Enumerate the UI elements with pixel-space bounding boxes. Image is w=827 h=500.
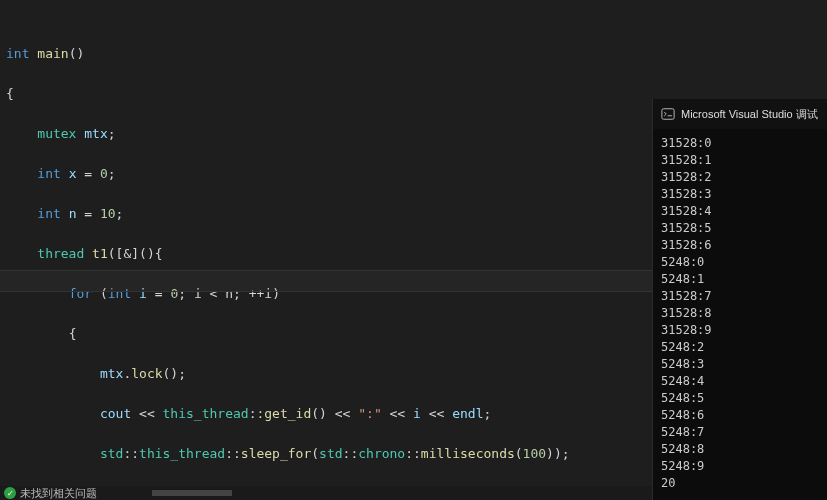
code-line: cout << this_thread::get_id() << ":" << …: [6, 404, 652, 424]
status-bar: ✓ 未找到相关问题: [0, 486, 652, 500]
debug-console-window[interactable]: Microsoft Visual Studio 调试 31528:0 31528…: [652, 99, 827, 500]
console-output[interactable]: 31528:0 31528:1 31528:2 31528:3 31528:4 …: [653, 129, 827, 500]
scrollbar-thumb[interactable]: [152, 490, 232, 496]
code-line: std::this_thread::sleep_for(std::chrono:…: [6, 444, 652, 464]
status-message: 未找到相关问题: [20, 486, 97, 501]
svg-rect-0: [662, 109, 674, 120]
code-line: {: [6, 84, 652, 104]
code-line: {: [6, 324, 652, 344]
code-line: for (int i = 0; i < n; ++i): [6, 284, 652, 304]
check-icon: ✓: [4, 487, 16, 499]
code-line: mtx.lock();: [6, 364, 652, 384]
code-line: mutex mtx;: [6, 124, 652, 144]
console-title: Microsoft Visual Studio 调试: [681, 107, 818, 122]
console-titlebar[interactable]: Microsoft Visual Studio 调试: [653, 99, 827, 129]
code-line: int n = 10;: [6, 204, 652, 224]
horizontal-scrollbar[interactable]: [152, 488, 652, 498]
terminal-icon: [661, 107, 675, 121]
code-line: int x = 0;: [6, 164, 652, 184]
code-line: thread t1([&](){: [6, 244, 652, 264]
code-editor[interactable]: int main() { mutex mtx; int x = 0; int n…: [0, 0, 652, 500]
code-line: int main(): [6, 44, 652, 64]
